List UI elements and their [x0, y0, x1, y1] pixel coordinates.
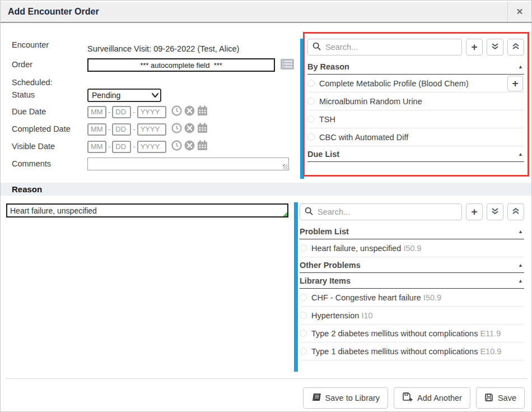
scheduled-label: Scheduled: — [12, 76, 87, 87]
section-title: Other Problems — [300, 261, 361, 270]
encounter-label: Encounter — [12, 39, 87, 49]
order-list-item[interactable]: Microalbumin Random Urine — [307, 92, 524, 110]
order-search-panel: + By Reason ▲ Complete Metabolic Profile… — [307, 39, 524, 162]
clock-icon[interactable] — [171, 140, 182, 153]
save-to-library-button[interactable]: Save to Library — [303, 387, 389, 409]
visible-date-mm-input[interactable] — [87, 141, 106, 153]
calendar-icon[interactable] — [197, 105, 208, 118]
reason-section-header: Reason — [1, 183, 531, 196]
visible-date-yyyy-input[interactable] — [137, 141, 166, 153]
list-icon — [280, 58, 295, 72]
double-chevron-down-icon — [491, 207, 499, 217]
due-date-yyyy-input[interactable] — [137, 106, 166, 118]
order-search-input[interactable] — [324, 42, 457, 52]
radio-icon[interactable] — [300, 312, 307, 319]
reason-input-wrap — [6, 203, 288, 217]
radio-icon[interactable] — [300, 348, 307, 355]
radio-icon[interactable] — [300, 294, 307, 301]
reason-item-label: Type 1 diabetes mellitus without complic… — [311, 347, 501, 356]
order-list-picker-button[interactable] — [279, 58, 295, 72]
completed-date-row: Completed Date - - — [12, 123, 208, 136]
reason-add-button[interactable]: + — [466, 203, 483, 220]
order-item-label: Complete Metabolic Profile (Blood Chem) — [319, 79, 469, 88]
due-date-dd-input[interactable] — [112, 106, 131, 118]
calendar-icon[interactable] — [197, 123, 208, 136]
date-dash: - — [133, 125, 135, 133]
completed-date-label: Completed Date — [12, 123, 87, 133]
order-input[interactable] — [87, 58, 275, 72]
radio-icon[interactable] — [307, 115, 315, 123]
save-label: Save — [498, 394, 516, 402]
date-dash: - — [108, 125, 110, 133]
order-search-box[interactable] — [307, 39, 462, 55]
search-icon — [312, 42, 321, 53]
add-encounter-order-dialog: { "dialog": { "title": "Add Encounter Or… — [0, 0, 532, 412]
add-another-button[interactable]: Add Another — [394, 387, 470, 409]
radio-icon[interactable] — [300, 244, 307, 252]
order-collapse-all-button[interactable] — [507, 39, 524, 55]
reason-list-item[interactable]: Type 1 diabetes mellitus without complic… — [300, 342, 524, 360]
collapse-icon: ▲ — [518, 278, 524, 284]
clear-date-icon[interactable] — [184, 140, 195, 153]
completed-date-mm-input[interactable] — [87, 123, 106, 136]
section-header-problem-list[interactable]: Problem List ▲ — [300, 224, 524, 239]
reason-collapse-all-button[interactable] — [507, 203, 524, 220]
valid-indicator-icon — [283, 212, 287, 216]
close-icon[interactable]: ✕ — [508, 2, 531, 22]
order-list-item[interactable]: TSH — [307, 110, 524, 128]
completed-date-yyyy-input[interactable] — [137, 123, 166, 136]
completed-date-dd-input[interactable] — [112, 123, 131, 136]
section-header-by-reason[interactable]: By Reason ▲ — [307, 59, 524, 75]
section-header-due-list[interactable]: Due List ▲ — [307, 146, 524, 162]
scheduled-row: Scheduled: — [12, 76, 87, 87]
reason-expand-all-button[interactable] — [487, 203, 503, 220]
radio-icon[interactable] — [307, 98, 315, 105]
section-title: Problem List — [300, 227, 349, 236]
visible-date-dd-input[interactable] — [112, 141, 131, 153]
order-row: Order — [12, 58, 295, 72]
calendar-icon[interactable] — [197, 140, 208, 153]
comments-label: Comments — [12, 158, 87, 168]
due-date-label: Due Date — [12, 105, 87, 116]
date-dash: - — [108, 108, 110, 116]
diagnosis-code: E11.9 — [480, 329, 501, 338]
due-date-mm-input[interactable] — [87, 106, 106, 118]
order-panel-accent-bar — [300, 39, 304, 179]
row-add-button[interactable]: + — [507, 76, 523, 91]
clock-icon[interactable] — [171, 105, 182, 118]
reason-header-label: Reason — [1, 184, 42, 194]
reason-list-item[interactable]: CHF - Congestive heart failureI50.9 — [300, 289, 524, 307]
section-title: By Reason — [307, 62, 349, 71]
order-add-button[interactable]: + — [466, 39, 483, 55]
status-select[interactable]: Pending — [87, 89, 161, 102]
dialog-titlebar: Add Encounter Order ✕ — [1, 2, 531, 23]
radio-icon[interactable] — [307, 133, 315, 141]
save-icon — [484, 393, 493, 404]
order-list-item[interactable]: Complete Metabolic Profile (Blood Chem) … — [307, 75, 524, 92]
order-list-item[interactable]: CBC with Automated Diff — [307, 128, 524, 146]
clear-date-icon[interactable] — [184, 123, 195, 136]
diagnosis-code: I50.9 — [403, 244, 421, 253]
save-button[interactable]: Save — [476, 387, 525, 409]
order-expand-all-button[interactable] — [487, 39, 503, 55]
date-dash: - — [133, 108, 135, 116]
radio-icon[interactable] — [307, 80, 315, 87]
resize-handle-icon[interactable] — [283, 164, 288, 169]
section-header-library-items[interactable]: Library Items ▲ — [300, 273, 524, 289]
clock-icon[interactable] — [171, 123, 182, 136]
reason-search-box[interactable] — [300, 203, 462, 220]
status-label: Status — [12, 89, 87, 99]
reason-input[interactable] — [6, 203, 288, 217]
reason-item-label: Heart failure, unspecifiedI50.9 — [311, 244, 422, 253]
footer-divider — [6, 378, 527, 379]
reason-list-item[interactable]: HypertensionI10 — [300, 307, 524, 325]
order-item-label: CBC with Automated Diff — [319, 133, 408, 142]
comments-textarea[interactable] — [88, 158, 288, 170]
clear-date-icon[interactable] — [184, 105, 195, 118]
encounter-value: Surveillance Visit: 09-26-2022 (Test, Al… — [87, 39, 239, 53]
radio-icon[interactable] — [300, 330, 307, 337]
reason-list-item[interactable]: Type 2 diabetes mellitus without complic… — [300, 325, 524, 342]
reason-list-item[interactable]: Heart failure, unspecifiedI50.9 — [300, 239, 524, 257]
reason-search-input[interactable] — [316, 207, 457, 217]
section-header-other-problems[interactable]: Other Problems ▲ — [300, 257, 524, 273]
